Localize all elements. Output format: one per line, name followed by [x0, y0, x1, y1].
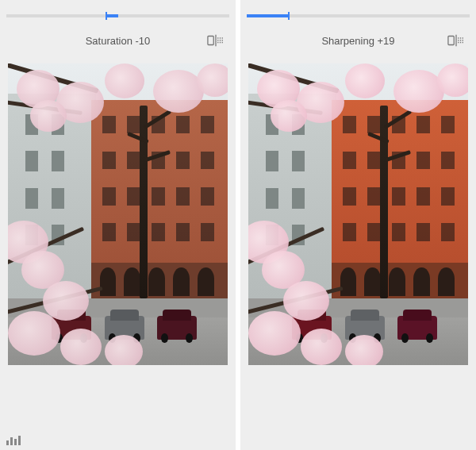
compare-icon[interactable]: [207, 34, 225, 47]
slider-label-row: Saturation -10: [0, 24, 236, 56]
slider-region: [0, 0, 236, 24]
svg-rect-9: [448, 37, 454, 45]
saturation-slider[interactable]: [6, 14, 229, 17]
histogram-icon[interactable]: [6, 434, 22, 448]
slider-label: Sharpening +19: [269, 35, 447, 47]
svg-rect-0: [208, 37, 213, 45]
slider-thumb[interactable]: [288, 12, 290, 20]
slider-label: Saturation -10: [29, 35, 207, 47]
slider-fill: [106, 14, 117, 17]
image-preview[interactable]: [8, 63, 228, 365]
slider-fill: [247, 14, 289, 17]
preview-scene: [248, 63, 468, 365]
editor-panel-right: Sharpening +19: [240, 0, 476, 450]
svg-rect-7: [14, 439, 17, 445]
compare-icon[interactable]: [447, 34, 465, 47]
slider-region: [240, 0, 476, 24]
slider-thumb[interactable]: [106, 12, 107, 20]
slider-label-row: Sharpening +19: [240, 24, 476, 56]
image-preview[interactable]: [248, 63, 468, 365]
svg-rect-8: [18, 436, 21, 445]
svg-rect-5: [6, 440, 9, 445]
editor-panel-left: Saturation -10: [0, 0, 236, 450]
svg-rect-6: [10, 437, 13, 445]
sharpening-slider[interactable]: [247, 14, 470, 17]
preview-scene: [8, 63, 228, 365]
